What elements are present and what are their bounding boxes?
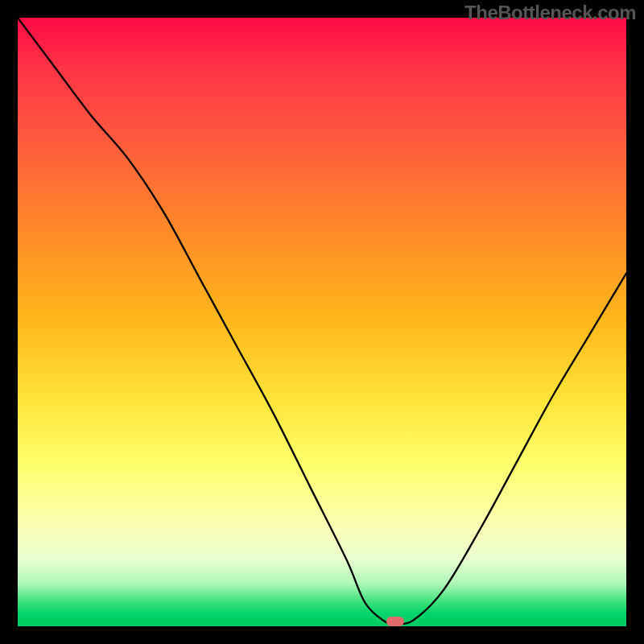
bottleneck-curve (18, 18, 626, 626)
watermark-text: TheBottleneck.com (464, 2, 636, 24)
chart-frame: TheBottleneck.com (0, 0, 644, 644)
plot-area (18, 18, 626, 626)
sweet-spot-marker (386, 617, 404, 626)
